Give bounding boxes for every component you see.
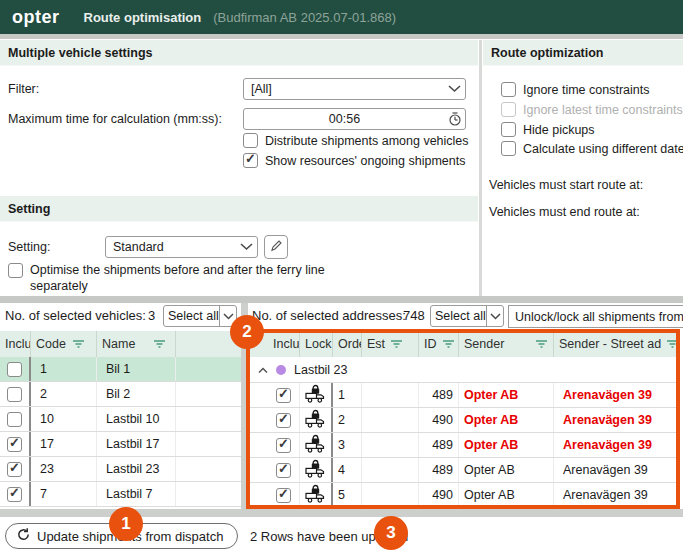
vehicles-select-all-dropdown[interactable]: Select all — [163, 305, 237, 327]
checkbox[interactable] — [243, 133, 258, 148]
opter-logo: opter — [12, 7, 60, 28]
page-title: Route optimisation — [84, 10, 202, 25]
annotation-step-3: 3 — [374, 516, 408, 550]
include-checkbox[interactable] — [7, 387, 22, 402]
topbar-divider — [0, 34, 683, 39]
column-header-include[interactable]: Inclu — [268, 331, 300, 357]
sender-value: Opter AB — [459, 433, 554, 457]
order-value: 4 — [333, 458, 362, 482]
est-value — [362, 408, 419, 432]
chevron-up-icon[interactable] — [258, 363, 268, 377]
horizontal-scrollbar[interactable] — [0, 509, 683, 517]
vehicle-code: 7 — [31, 482, 97, 506]
column-header-est[interactable]: Est — [362, 331, 419, 357]
group-color-dot — [276, 365, 286, 375]
column-header-order[interactable]: Orde — [333, 331, 362, 357]
checkbox[interactable] — [501, 122, 516, 137]
table-row[interactable]: 4 489 Opter AB Arenavägen 39 — [248, 458, 680, 483]
checkbox[interactable] — [243, 153, 258, 168]
sender-value: Opter AB — [459, 408, 554, 432]
checkbox[interactable] — [8, 263, 23, 278]
table-row[interactable]: 23 Lastbil 23 — [0, 457, 241, 482]
chevron-down-icon — [443, 85, 465, 93]
panel-title: Route optimization — [491, 46, 604, 60]
title-bar: opter Route optimisation (Budfirman AB 2… — [0, 0, 683, 34]
group-row-lastbil-23[interactable]: Lastbil 23 — [248, 357, 680, 383]
filter-icon[interactable] — [72, 339, 85, 349]
include-checkbox[interactable] — [7, 487, 22, 502]
column-header-sender[interactable]: Sender — [459, 331, 554, 357]
vehicle-name: Lastbil 17 — [97, 432, 176, 456]
truck-lock-icon — [304, 384, 328, 406]
filter-dropdown[interactable]: [All] — [243, 78, 466, 100]
checkbox[interactable] — [501, 82, 516, 97]
table-row[interactable]: 17 Lastbil 17 — [0, 432, 241, 457]
column-header-name[interactable]: Name — [97, 331, 176, 357]
setting-dropdown[interactable]: Standard — [105, 236, 258, 258]
include-checkbox[interactable] — [7, 462, 22, 477]
filter-icon[interactable] — [153, 339, 166, 349]
refresh-icon — [16, 527, 31, 545]
vehicle-code: 2 — [31, 382, 97, 406]
clock-icon[interactable] — [445, 112, 465, 126]
address-count-value: 748 — [403, 308, 425, 323]
id-value: 489 — [419, 458, 459, 482]
filter-icon[interactable] — [535, 339, 548, 349]
column-header-include[interactable]: Inclu — [0, 331, 31, 357]
hide-pickups-checkbox-row[interactable]: Hide pickups — [501, 122, 595, 137]
column-header-code[interactable]: Code — [31, 331, 97, 357]
checkbox-label: Show resources' ongoing shipments — [265, 154, 465, 168]
show-ongoing-checkbox-row[interactable]: Show resources' ongoing shipments — [243, 153, 465, 168]
table-row[interactable]: 7 Lastbil 7 — [0, 482, 241, 507]
ferry-optimise-checkbox-row[interactable]: Optimise the shipments before and after … — [8, 262, 368, 294]
table-row[interactable]: 2 Bil 2 — [0, 382, 241, 407]
include-checkbox[interactable] — [7, 362, 22, 377]
max-time-input[interactable]: 00:56 — [243, 108, 466, 130]
table-row[interactable]: 1 Bil 1 — [0, 357, 241, 382]
table-row[interactable]: 1 489 Opter AB Arenavägen 39 — [248, 383, 680, 408]
include-checkbox[interactable] — [7, 437, 22, 452]
different-date-checkbox-row[interactable]: Calculate using different date — [501, 141, 683, 156]
vehicle-name: Lastbil 10 — [97, 407, 176, 431]
include-checkbox[interactable] — [276, 438, 291, 453]
filter-icon[interactable] — [666, 339, 679, 349]
est-value — [362, 383, 419, 407]
sender-value: Opter AB — [459, 483, 554, 507]
truck-lock-icon — [304, 484, 328, 506]
address-count-label: No. of selected addresses: — [252, 308, 406, 323]
checkbox-label: Distribute shipments among vehicles — [265, 134, 469, 148]
unlock-lock-shipments-button[interactable]: Unlock/lock all shipments from/ — [508, 305, 683, 328]
table-row[interactable]: 10 Lastbil 10 — [0, 407, 241, 432]
table-row[interactable]: 3 489 Opter AB Arenavägen 39 — [248, 433, 680, 458]
column-header-id[interactable]: ID — [419, 331, 459, 357]
vehicle-name: Bil 2 — [97, 382, 176, 406]
addresses-select-all-dropdown[interactable]: Select all — [430, 305, 504, 327]
column-header-lock[interactable]: Lock — [300, 331, 333, 357]
include-checkbox[interactable] — [276, 388, 291, 403]
include-checkbox[interactable] — [276, 413, 291, 428]
include-checkbox[interactable] — [276, 463, 291, 478]
est-value — [362, 483, 419, 507]
max-time-label: Maximum time for calculation (mm:ss): — [8, 112, 222, 126]
column-header-sender-street[interactable]: Sender - Street ad — [554, 331, 680, 357]
ignore-time-checkbox-row[interactable]: Ignore time constraints — [501, 82, 649, 97]
edit-setting-button[interactable] — [264, 235, 288, 259]
filter-value: [All] — [244, 82, 443, 96]
ignore-latest-time-checkbox-row: Ignore latest time constraints — [501, 102, 683, 117]
include-checkbox[interactable] — [276, 488, 291, 503]
distribute-shipments-checkbox-row[interactable]: Distribute shipments among vehicles — [243, 133, 469, 148]
table-row[interactable]: 2 490 Opter AB Arenavägen 39 — [248, 408, 680, 433]
checkbox[interactable] — [501, 141, 516, 156]
filter-icon[interactable] — [442, 339, 455, 349]
order-value: 5 — [333, 483, 362, 507]
street-value: Arenavägen 39 — [554, 458, 680, 482]
app-window: opter Route optimisation (Budfirman AB 2… — [0, 0, 683, 558]
vehicle-code: 17 — [31, 432, 97, 456]
vehicle-code: 1 — [31, 357, 97, 381]
select-all-value: Select all — [431, 309, 486, 323]
vehicles-table: Inclu Code Name 1 Bil 1 2 Bil 2 10 Lastb… — [0, 331, 241, 507]
table-row[interactable]: 5 490 Opter AB Arenavägen 39 — [248, 483, 680, 508]
setting-label: Setting: — [8, 240, 50, 254]
include-checkbox[interactable] — [7, 412, 22, 427]
filter-icon[interactable] — [390, 339, 403, 349]
